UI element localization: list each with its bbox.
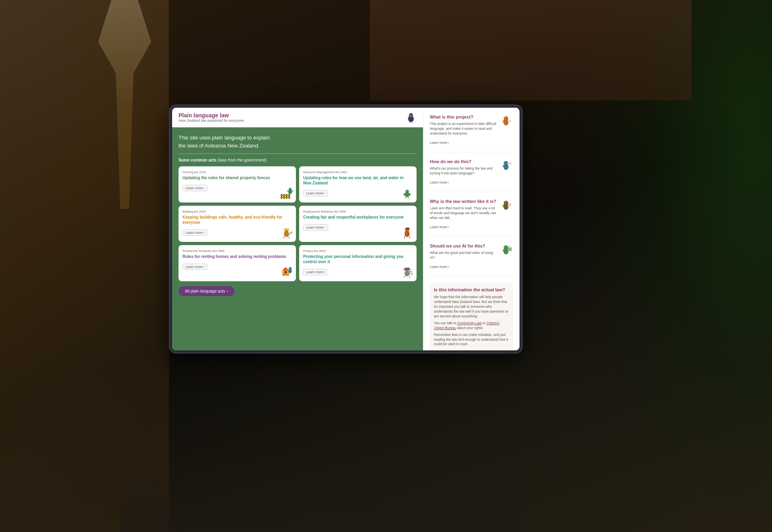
card-residential[interactable]: Residential Tenancies Act 1986 Rules for… [179,245,296,281]
learn-more-employment[interactable]: Learn more › [303,224,328,231]
learn-more-fencing[interactable]: Learn more › [183,185,207,191]
screen-inner: Plain language law New Zealand law expla… [172,108,519,350]
svg-point-70 [510,248,511,249]
card-title-residential: Rules for renting homes and solving rent… [183,254,292,259]
learn-more-resource[interactable]: Learn more › [303,190,328,196]
svg-point-48 [505,118,505,119]
sidebar-learn-more-should-ai[interactable]: Learn more › [430,265,449,269]
svg-point-59 [504,201,508,205]
svg-point-36 [290,268,290,268]
sidebar-section-why-law: Why is the law written like it is? Laws … [430,198,513,237]
house-bird-icon [279,265,294,279]
card-employment[interactable]: Employment Relations Act 2000 Creating f… [299,206,417,242]
svg-point-14 [290,189,290,189]
svg-point-67 [505,247,505,248]
card-resource[interactable]: Resource Management Act 1991 Updating ru… [299,166,417,203]
card-title-employment: Creating fair and respectful workplaces … [303,215,413,220]
robot-bird-icon [500,243,513,256]
svg-rect-10 [281,197,291,198]
svg-point-51 [504,161,508,166]
green-section: This site uses plain language to explain… [172,127,423,304]
site-title: Plain language law [179,112,244,119]
builder-bird-icon [279,225,294,239]
device-frame: Plain language law New Zealand law expla… [169,104,523,354]
pukeko-icon [405,112,417,123]
svg-point-12 [289,188,292,190]
svg-rect-6 [283,194,285,199]
card-act-name-residential: Residential Tenancies Act 1986 [183,249,292,253]
fence-bird-icon [279,186,294,200]
sidebar-actual-law-para1: We hope that this information will help … [434,295,509,319]
sidebar-section-should-ai: Should we use AI for this? What are the … [430,243,513,276]
svg-point-32 [285,271,287,273]
svg-point-43 [407,270,407,270]
svg-point-57 [511,163,511,164]
all-acts-button[interactable]: All plain language acts › [179,286,234,296]
svg-rect-9 [281,195,291,196]
sidebar-learn-more-what-is[interactable]: Learn more › [430,141,449,145]
svg-point-53 [505,163,505,163]
dots-bird-icon [500,159,513,172]
svg-point-29 [407,231,407,231]
svg-point-34 [289,267,292,270]
site-header: Plain language law New Zealand law expla… [172,108,423,127]
sidebar-section-actual-law: Is this information the actual law? We h… [430,283,513,350]
sidebar: What is this project? This project is an… [423,108,519,350]
sidebar-section-how-do: How do we do this? What's our process fo… [430,159,513,192]
sidebar-actual-law-para3: Remember that AI can make mistakes, and … [434,333,509,347]
svg-rect-7 [286,194,287,199]
svg-rect-68 [508,247,512,251]
svg-marker-31 [282,267,289,270]
work-bird-icon [400,225,414,239]
sidebar-heading-actual-law: Is this information the actual law? [434,287,509,293]
learn-more-building[interactable]: Learn more › [183,229,207,236]
svg-rect-41 [403,269,411,270]
learn-more-residential[interactable]: Learn more › [183,264,207,270]
card-act-name-building: Building Act 2004 [183,210,292,213]
learn-more-privacy[interactable]: Learn more › [303,269,328,275]
svg-rect-71 [509,250,511,250]
sidebar-actual-law-para2: You can talk to Community Law or Citizen… [434,321,509,331]
card-act-name-fencing: Fencing Act 1978 [183,170,292,174]
card-privacy[interactable]: Privacy Act 2020 Protecting your persona… [299,245,417,281]
card-title-fencing: Updating the rules for shared property f… [183,175,292,180]
svg-rect-8 [288,194,290,199]
svg-point-55 [509,163,509,164]
plant-bird-icon [400,186,414,200]
card-title-resource: Updating rules for how we use land, air,… [303,175,413,186]
bg-books-area [370,0,692,100]
cards-grid: Fencing Act 1978 Updating the rules for … [179,166,417,281]
card-fencing[interactable]: Fencing Act 1978 Updating the rules for … [179,166,296,203]
svg-rect-25 [291,231,292,233]
detective-bird-icon [400,265,414,279]
community-law-link[interactable]: Community Law [457,321,482,325]
svg-point-46 [504,117,508,121]
svg-point-18 [407,191,407,191]
svg-point-24 [286,230,286,231]
reading-bird-icon [500,114,513,127]
hero-divider [179,153,417,154]
card-act-name-resource: Resource Management Act 1991 [303,170,413,174]
card-act-name-employment: Employment Relations Act 2000 [303,210,413,213]
card-act-name-privacy: Privacy Act 2020 [303,249,413,253]
svg-point-69 [508,248,509,249]
section-label: Some common acts (laws from the governme… [179,158,417,162]
svg-point-61 [505,203,505,203]
sidebar-section-what-is: What is this project? This project is an… [430,114,513,152]
svg-point-56 [509,163,510,164]
sidebar-learn-more-how-do[interactable]: Learn more › [430,180,449,184]
svg-rect-63 [508,203,509,207]
svg-point-4 [410,115,411,115]
site-subtitle: New Zealand law explained for everyone [179,119,244,123]
sidebar-learn-more-why-law[interactable]: Learn more › [430,225,449,229]
svg-rect-37 [282,275,289,276]
book-bird-icon [500,198,513,211]
main-content: Plain language law New Zealand law expla… [172,108,423,350]
svg-point-65 [504,246,508,250]
svg-point-2 [410,115,412,117]
card-building[interactable]: Building Act 2004 Keeping buildings safe… [179,206,296,242]
hero-text: This site uses plain language to explain… [179,134,417,149]
card-title-privacy: Protecting your personal information and… [303,254,413,264]
site-title-block: Plain language law New Zealand law expla… [179,112,244,123]
svg-point-72 [509,246,510,247]
